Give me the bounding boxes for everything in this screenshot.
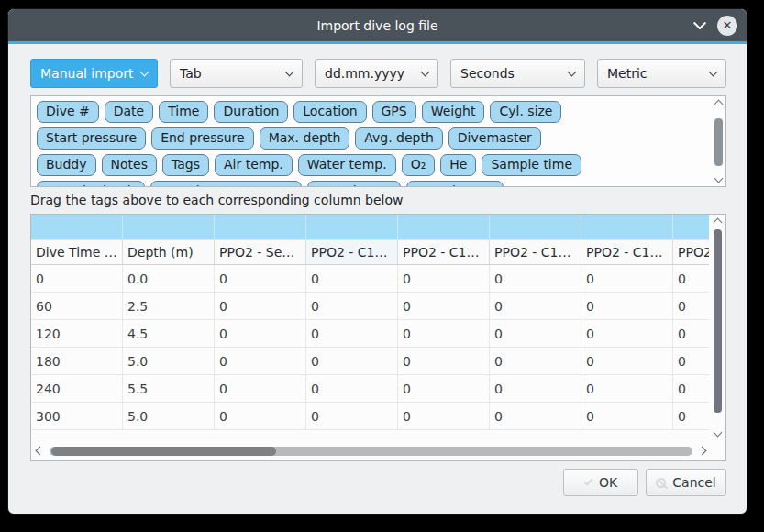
time-format-select[interactable]: Seconds — [450, 59, 585, 88]
table-row: 2405.5000000 — [31, 375, 709, 403]
table-row: 3005.0000000 — [31, 403, 709, 430]
table-cell: 0 — [215, 293, 306, 320]
cancel-icon — [656, 478, 666, 488]
scroll-up-icon[interactable] — [713, 218, 722, 227]
tag-pill[interactable]: Tags — [162, 154, 209, 176]
column-drop-target[interactable] — [490, 215, 581, 240]
close-button[interactable]: ✕ — [717, 16, 737, 36]
tag-pill[interactable]: GPS — [372, 101, 416, 123]
scroll-down-icon[interactable] — [713, 428, 722, 438]
tag-pill[interactable]: Start pressure — [37, 127, 146, 150]
table-row — [31, 215, 709, 240]
table-row: 1805.0000000 — [31, 348, 709, 375]
tag-pill[interactable]: Sample time — [482, 154, 581, 176]
table-cell: 0 — [398, 375, 490, 403]
date-format-select[interactable]: dd.mm.yyyy — [315, 59, 438, 88]
table-cell: 0 — [215, 320, 306, 348]
field-separator-select[interactable]: Tab — [170, 59, 303, 88]
shade-chevron-icon[interactable] — [693, 17, 706, 29]
table-cell: 4.5 — [123, 320, 215, 348]
titlebar[interactable]: Import dive log file ✕ — [8, 9, 747, 41]
table-cell: 0 — [306, 375, 398, 403]
table-cell: 0 — [490, 265, 581, 293]
table-cell: 5.0 — [123, 348, 215, 375]
tag-pill[interactable]: Sample depth — [37, 181, 145, 187]
scroll-down-icon[interactable] — [714, 174, 724, 183]
table-vertical-scrollbar[interactable] — [709, 215, 725, 442]
dialog-title: Import dive log file — [316, 18, 437, 33]
import-preview-table: Dive Time …Depth (m)PPO2 - Se…PPO2 - C1…… — [30, 214, 726, 461]
tag-pill[interactable]: Air temp. — [215, 154, 293, 176]
table-cell: 300 — [31, 403, 123, 430]
tag-pill[interactable]: Max. depth — [260, 127, 350, 150]
tag-pill[interactable]: Notes — [102, 154, 157, 176]
chevron-down-icon — [140, 67, 149, 76]
column-drop-target[interactable] — [123, 215, 215, 240]
tag-pill[interactable]: Sample temperature — [150, 181, 302, 187]
column-drop-target[interactable] — [31, 215, 123, 240]
column-drop-target[interactable] — [306, 215, 398, 240]
column-header: PPO2 - C1… — [490, 240, 581, 265]
table-row: 00.0000000 — [31, 265, 709, 293]
table-cell: 2.5 — [123, 293, 215, 320]
tag-pill[interactable]: O₂ — [402, 154, 436, 176]
column-drop-target[interactable] — [673, 215, 709, 240]
column-header: PPO2 - C1… — [306, 240, 398, 265]
scrollbar-thumb[interactable] — [714, 118, 723, 166]
tag-pill[interactable]: Water temp. — [298, 154, 396, 176]
table-cell: 5.5 — [123, 375, 215, 403]
table-cell: 0 — [673, 293, 709, 320]
table-cell: 0 — [306, 293, 398, 320]
scrollbar-track[interactable] — [50, 447, 692, 456]
tag-pill[interactable]: Location — [293, 101, 366, 123]
table-cell: 0 — [581, 320, 673, 348]
table-cell: 0 — [306, 348, 398, 375]
scrollbar-thumb[interactable] — [714, 229, 722, 413]
column-drop-target[interactable] — [215, 215, 306, 240]
table-cell: 0 — [581, 348, 673, 375]
chevron-down-icon — [285, 67, 294, 76]
scroll-right-icon[interactable] — [698, 447, 707, 456]
tag-pill[interactable]: Duration — [214, 101, 288, 123]
tag-pill[interactable]: Buddy — [37, 154, 96, 176]
tag-pill[interactable]: Weight — [422, 101, 485, 123]
tag-pill[interactable]: Avg. depth — [355, 127, 443, 150]
ok-button[interactable]: OK — [563, 469, 638, 496]
scroll-left-icon[interactable] — [36, 447, 45, 456]
scroll-up-icon[interactable] — [714, 100, 724, 109]
tag-pill[interactable]: He — [440, 154, 476, 176]
tag-pill[interactable]: Time — [159, 101, 208, 123]
tag-pill[interactable]: Divemaster — [448, 127, 541, 150]
table-cell: 0 — [398, 403, 490, 430]
table-cell: 0 — [490, 348, 581, 375]
column-drop-target[interactable] — [398, 215, 490, 240]
cancel-button[interactable]: Cancel — [646, 469, 726, 496]
tag-pill[interactable]: Date — [105, 101, 153, 123]
table-cell: 0 — [581, 293, 673, 320]
table-cell: 0 — [490, 320, 581, 348]
column-header: PPO2 - Se… — [215, 240, 306, 265]
table-cell: 0 — [581, 375, 673, 403]
tag-pool-scrollbar[interactable] — [712, 96, 725, 187]
tag-row: Start pressureEnd pressureMax. depthAvg.… — [37, 127, 720, 150]
units-select[interactable]: Metric — [597, 59, 726, 88]
table-cell: 0 — [490, 293, 581, 320]
column-drop-target[interactable] — [581, 215, 673, 240]
table-row: 1204.5000000 — [31, 320, 709, 348]
table-cell: 0 — [673, 265, 709, 293]
table-cell: 0 — [215, 375, 306, 403]
tag-pill[interactable]: Sample pO₂ — [307, 181, 401, 187]
table-cell: 0.0 — [123, 265, 215, 293]
import-type-select[interactable]: Manual import — [30, 59, 158, 88]
tag-pill[interactable]: Dive # — [37, 101, 99, 123]
tag-pill[interactable]: End pressure — [151, 127, 254, 150]
table-horizontal-scrollbar[interactable] — [31, 441, 711, 460]
table-cell: 0 — [215, 348, 306, 375]
table-cell: 0 — [673, 348, 709, 375]
tag-pill[interactable]: Sample CNS — [406, 181, 504, 187]
tag-pill[interactable]: Cyl. size — [490, 101, 561, 123]
table-cell: 0 — [306, 403, 398, 430]
scrollbar-thumb[interactable] — [51, 447, 276, 456]
table-cell: 180 — [31, 348, 123, 375]
table-cell: 0 — [581, 265, 673, 293]
